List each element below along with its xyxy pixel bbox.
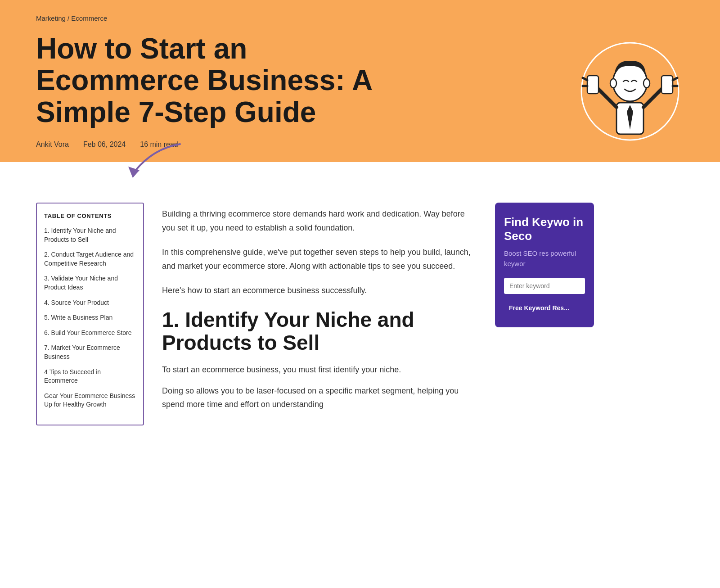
hero-illustration	[576, 28, 684, 154]
decorative-arrow	[99, 140, 189, 180]
page-title: How to Start an Ecommerce Business: A Si…	[36, 33, 378, 128]
arrow-container	[0, 162, 720, 194]
section-1-para-2: Doing so allows you to be laser-focused …	[162, 384, 477, 412]
toc-item-6[interactable]: 6. Build Your Ecommerce Store	[44, 329, 136, 338]
svg-rect-7	[587, 76, 598, 94]
toc-item-3[interactable]: 3. Validate Your Niche and Product Ideas	[44, 274, 136, 292]
toc-item-9[interactable]: Gear Your Ecommerce Business Up for Heal…	[44, 392, 136, 409]
intro-paragraph-3: Here's how to start an ecommerce busines…	[162, 284, 477, 298]
svg-rect-11	[662, 76, 673, 94]
toc-item-5[interactable]: 5. Write a Business Plan	[44, 313, 136, 322]
right-sidebar-widget: Find Keywo in Seco Boost SEO res powerfu…	[495, 203, 594, 327]
section-1-title: 1. Identify Your Niche and Products to S…	[162, 308, 477, 354]
hero-section: Marketing / Ecommerce How to Start an Ec…	[0, 0, 720, 162]
breadcrumb: Marketing / Ecommerce	[36, 14, 684, 22]
svg-point-5	[644, 79, 650, 88]
toc-item-1[interactable]: 1. Identify Your Niche and Products to S…	[44, 226, 136, 244]
sidebar-widget-title: Find Keywo in Seco	[504, 215, 585, 243]
article-body: Building a thriving ecommerce store dema…	[162, 203, 477, 425]
section-1-para-1: To start an ecommerce business, you must…	[162, 363, 477, 377]
svg-point-4	[610, 79, 616, 88]
svg-line-6	[596, 87, 616, 107]
sidebar-widget-subtitle: Boost SEO res powerful keywor	[504, 249, 585, 269]
intro-paragraph-1: Building a thriving ecommerce store dema…	[162, 207, 477, 235]
author-name: Ankit Vora	[36, 140, 69, 149]
toc-item-2[interactable]: 2. Conduct Target Audience and Competiti…	[44, 250, 136, 268]
table-of-contents: TABLE OF CONTENTS 1. Identify Your Niche…	[36, 203, 144, 425]
main-content: TABLE OF CONTENTS 1. Identify Your Niche…	[0, 194, 720, 425]
svg-line-10	[644, 87, 664, 107]
toc-item-7[interactable]: 7. Market Your Ecommerce Business	[44, 344, 136, 361]
keyword-input[interactable]	[504, 278, 585, 294]
toc-item-8[interactable]: 4 Tips to Succeed in Ecommerce	[44, 368, 136, 385]
toc-item-4[interactable]: 4. Source Your Product	[44, 299, 136, 308]
keyword-research-button[interactable]: Free Keyword Res...	[504, 299, 585, 317]
toc-heading: TABLE OF CONTENTS	[44, 213, 136, 219]
intro-paragraph-2: In this comprehensive guide, we've put t…	[162, 245, 477, 273]
